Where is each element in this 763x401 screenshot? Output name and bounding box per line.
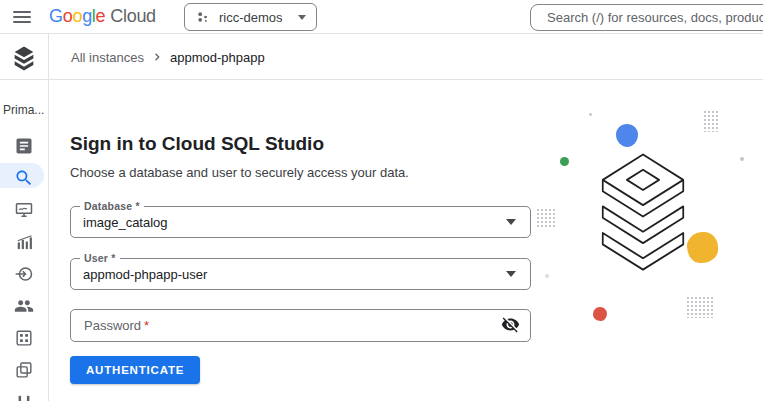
sidebar-item-users[interactable]	[0, 293, 48, 318]
sidebar-item-monitoring[interactable]	[0, 197, 48, 222]
decoration-speckles	[686, 296, 714, 318]
project-icon	[195, 9, 211, 25]
breadcrumb: All instances appmod-phpapp	[71, 34, 265, 80]
sidebar-section-label: Prima...	[3, 103, 47, 117]
databases-grid-icon	[14, 328, 34, 348]
user-value: appmod-phpapp-user	[83, 267, 506, 282]
decoration-tiny-dot	[545, 274, 549, 278]
password-field[interactable]: Password*	[70, 309, 531, 342]
project-name: ricc-demos	[219, 10, 292, 25]
page-subtitle: Choose a database and user to securely a…	[70, 165, 409, 180]
decoration-yellow-dot	[687, 232, 718, 263]
breadcrumb-current: appmod-phpapp	[170, 50, 265, 65]
database-stack-icon	[597, 152, 689, 276]
database-illustration	[530, 90, 763, 340]
replicas-icon	[14, 394, 34, 401]
user-select[interactable]: User * appmod-phpapp-user	[70, 258, 531, 290]
dropdown-arrow-icon	[506, 271, 516, 277]
menu-icon[interactable]	[11, 8, 33, 26]
chevron-down-icon	[298, 15, 306, 20]
sidebar-item-insights[interactable]	[0, 229, 48, 254]
decoration-red-dot	[593, 307, 607, 321]
connections-login-icon	[14, 264, 34, 284]
toggle-password-visibility-button[interactable]	[498, 314, 522, 338]
sidebar-item-cloud-sql-studio[interactable]	[0, 165, 48, 190]
breadcrumb-chevron-icon	[150, 50, 164, 64]
sidebar-nav: Prima...	[0, 81, 48, 401]
sidebar-item-replicas[interactable]	[0, 391, 48, 401]
visibility-off-icon	[501, 315, 520, 334]
decoration-speckles	[536, 208, 556, 228]
sidebar-item-backups[interactable]	[0, 357, 48, 382]
cloud-wordmark: Cloud	[110, 6, 156, 27]
page-title: Sign in to Cloud SQL Studio	[70, 133, 324, 155]
decoration-tiny-dot	[589, 113, 592, 116]
users-icon	[14, 296, 34, 316]
breadcrumb-all-instances[interactable]: All instances	[71, 50, 144, 65]
decoration-speckles	[703, 110, 719, 132]
decoration-green-dot	[560, 157, 569, 166]
authenticate-button[interactable]: AUTHENTICATE	[70, 356, 200, 384]
database-label: Database *	[80, 200, 144, 212]
decoration-blue-dot	[616, 124, 638, 147]
overview-icon	[14, 136, 34, 156]
cloud-sql-icon	[11, 46, 37, 73]
search-icon	[14, 168, 34, 188]
database-value: image_catalog	[83, 215, 506, 230]
monitoring-icon	[14, 200, 34, 220]
insights-chart-icon	[14, 232, 34, 252]
database-select[interactable]: Database * image_catalog	[70, 206, 531, 238]
sidebar-item-databases[interactable]	[0, 325, 48, 350]
search-placeholder: Search (/) for resources, docs, products	[547, 10, 763, 25]
decoration-tiny-dot	[740, 157, 744, 161]
project-selector[interactable]: ricc-demos	[184, 3, 317, 31]
required-asterisk: *	[144, 318, 149, 333]
dropdown-arrow-icon	[506, 219, 516, 225]
search-bar[interactable]: Search (/) for resources, docs, products	[530, 4, 763, 31]
sidebar-divider	[48, 34, 49, 401]
google-cloud-logo[interactable]: Google Cloud	[49, 0, 156, 33]
google-wordmark: Google	[49, 6, 105, 27]
sidebar-item-connections[interactable]	[0, 261, 48, 286]
password-placeholder: Password*	[84, 318, 498, 333]
topbar: Google Cloud ricc-demos Search (/) for r…	[0, 0, 763, 34]
sidebar-item-overview[interactable]	[0, 133, 48, 158]
backups-copy-icon	[14, 360, 34, 380]
user-label: User *	[80, 252, 120, 264]
